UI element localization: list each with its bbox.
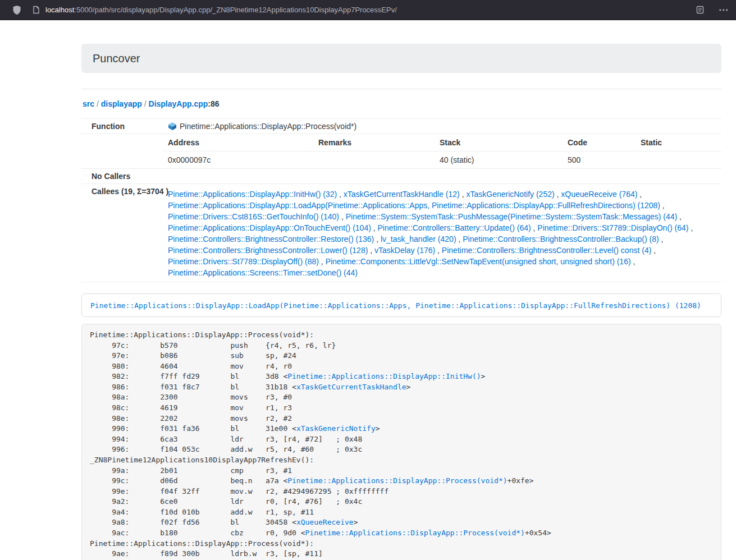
function-name: Pinetime::Applications::DisplayApp::Proc… [180,122,356,131]
callee-link[interactable]: Pinetime::Applications::DisplayApp::OnTo… [168,223,371,232]
tracking-shield-icon[interactable] [12,5,21,15]
symbol-table: Function Pinetime::Applications::Display… [81,118,721,282]
selected-symbol-link[interactable]: Pinetime::Applications::DisplayApp::Load… [90,301,701,310]
metrics-header-code: Code [563,134,636,152]
callee-link[interactable]: Pinetime::Drivers::St7789::DisplayOn() (… [537,223,688,232]
callee-link[interactable]: xQueueReceive (764) [561,190,637,199]
callee-link[interactable]: lv_task_handler (420) [381,235,456,244]
code-line: 9ae: f89d 300b ldrb.w r3, [sp, #11] [90,549,323,558]
code-line: 990: f031 fa36 bl 31e00 <xTaskGenericNot… [90,424,380,433]
code-line: 9a8: f02f fd56 bl 30458 <xQueueReceive> [90,518,358,526]
callee-separator: , [631,257,636,266]
code-line: 98c: 4619 mov r1, r3 [90,403,292,412]
callers-empty-cell [163,169,721,184]
metrics-header-stack: Stack [435,134,563,152]
metrics-value-static [636,152,721,169]
code-line: 97c: b570 push {r4, r5, r6, lr} [90,341,336,350]
metrics-table: AddressRemarksStackCodeStatic 0x0000097c… [163,134,721,168]
breadcrumb-link[interactable]: DisplayApp.cpp [149,99,208,108]
code-symbol-link[interactable]: xTaskGenericNotify [296,424,376,433]
callees-list: Pinetime::Applications::DisplayApp::Init… [163,184,721,282]
callers-row: No Callers [81,169,721,184]
callee-link[interactable]: xTaskGetCurrentTaskHandle (12) [344,190,460,199]
breadcrumb-separator: / [142,99,149,108]
function-name-cell: Pinetime::Applications::DisplayApp::Proc… [163,119,721,134]
url-host: localhost [45,6,74,14]
reader-view-icon[interactable] [696,6,704,14]
callee-link[interactable]: Pinetime::Applications::Screens::Timer::… [168,268,358,277]
callee-separator: , [651,246,656,255]
callee-link[interactable]: vTaskDelay (176) [374,246,435,255]
code-symbol-link[interactable]: xQueueReceive [296,518,354,526]
metrics-value-address: 0x0000097c [163,152,314,169]
callee-link[interactable]: Pinetime::Controllers::Battery::Update()… [378,223,531,232]
code-line: 980: 4604 mov r4, r0 [90,362,292,370]
code-line: 99c: d06d beq.n a7a <Pinetime::Applicati… [90,476,534,485]
metrics-value-remarks [314,152,435,169]
callee-link[interactable]: Pinetime::Controllers::BrightnessControl… [168,235,374,244]
code-symbol-link[interactable]: Pinetime::Applications::DisplayApp::Proc… [287,476,507,485]
code-line: 986: f031 f8c7 bl 31b18 <xTaskGetCurrent… [90,383,410,391]
callee-separator: , [371,223,378,232]
metrics-header-remarks: Remarks [314,134,435,152]
code-symbol-link[interactable]: Pinetime::Applications::DisplayApp::Init… [287,372,481,380]
callee-separator: , [677,212,682,221]
metrics-cell: AddressRemarksStackCodeStatic 0x0000097c… [163,134,721,169]
callee-link[interactable]: xTaskGenericNotify (252) [466,190,554,199]
code-line: Pinetime::Applications::DisplayApp::Proc… [90,331,314,339]
code-line: 9a4: f10d 010b add.w r1, sp, #11 [90,508,314,516]
metrics-data-row: 0x0000097c40 (static)500 [163,152,721,169]
callee-link[interactable]: Pinetime::Applications::DisplayApp::Load… [168,201,660,210]
metrics-header-row: AddressRemarksStackCodeStatic [163,134,721,152]
callee-separator: , [368,246,374,255]
code-line: 98a: 2300 movs r3, #0 [90,393,292,401]
callee-link[interactable]: Pinetime::Components::LittleVgl::SetNewT… [326,257,631,266]
callee-link[interactable]: Pinetime::Drivers::St7789::DisplayOff() … [168,257,319,266]
breadcrumb-link[interactable]: displayapp [101,99,142,108]
callee-separator: , [319,257,326,266]
code-line: 982: f7ff fd29 bl 3d8 <Pinetime::Applica… [90,372,485,380]
callee-link[interactable]: Pinetime::Controllers::BrightnessControl… [442,246,651,255]
app-header-banner: Puncover [81,44,721,73]
callees-row: Callees (19, Σ=3704 ) Pinetime::Applicat… [81,184,721,282]
code-line: 99e: f04f 32ff mov.w r2, #4294967295 ; 0… [90,487,388,495]
metrics-value-stack: 40 (static) [435,152,563,169]
code-line: _ZN8Pinetime12Applications10DisplayApp7R… [90,456,314,464]
symbol-type-icon [168,122,177,131]
callees-row-label: Callees (19, Σ=3704 ) [81,184,163,282]
code-line: 996: f104 053c add.w r5, r4, #60 ; 0x3c [90,445,362,453]
callee-link[interactable]: Pinetime::Applications::DisplayApp::Init… [168,190,337,199]
callee-link[interactable]: Pinetime::Controllers::BrightnessControl… [463,235,659,244]
callee-separator: , [555,190,561,199]
main-content: Puncover src / displayapp / DisplayApp.c… [81,44,721,560]
code-line: 9a2: 6ce0 ldr r0, [r4, #76] ; 0x4c [90,497,362,506]
metrics-header-static: Static [636,134,721,152]
url-bar[interactable]: localhost:5000/path/src/displayapp/Displ… [45,6,696,14]
metrics-row-label [81,134,163,169]
breadcrumb-line-number: :86 [208,99,219,108]
breadcrumb-link[interactable]: src [83,99,94,108]
callee-link[interactable]: Pinetime::Drivers::Cst816S::GetTouchInfo… [168,212,339,221]
metrics-value-code: 500 [563,152,636,169]
callee-separator: , [337,190,344,199]
url-path: :5000/path/src/displayapp/DisplayApp.cpp… [74,6,397,14]
browser-toolbar: localhost:5000/path/src/displayapp/Displ… [0,0,736,20]
callee-separator: , [460,190,467,199]
code-line: Pinetime::Applications::DisplayApp::Proc… [90,539,314,548]
code-symbol-link[interactable]: xTaskGetCurrentTaskHandle [296,383,406,391]
callee-separator: , [456,235,463,244]
code-line: 994: 6ca3 ldr r3, [r4, #72] ; 0x48 [90,435,362,443]
callee-link[interactable]: Pinetime::System::SystemTask::PushMessag… [346,212,678,221]
metrics-row: AddressRemarksStackCodeStatic 0x0000097c… [81,134,721,169]
callee-separator: , [689,223,693,232]
breadcrumb: src / displayapp / DisplayApp.cpp:86 [83,98,721,109]
page-info-icon[interactable] [33,6,40,14]
callee-separator: , [659,235,664,244]
code-symbol-link[interactable]: Pinetime::Applications::DisplayApp::Proc… [305,529,525,537]
callee-separator: , [435,246,442,255]
callee-link[interactable]: Pinetime::Controllers::BrightnessControl… [168,246,368,255]
code-line: 97e: b086 sub sp, #24 [90,351,296,360]
callee-separator: , [531,223,538,232]
callee-separator: , [339,212,346,221]
overflow-menu-icon[interactable]: ⋯ [719,5,728,15]
